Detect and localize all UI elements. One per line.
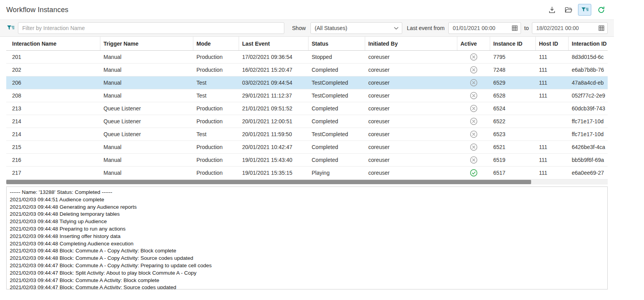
cell-interaction-name: 213: [6, 102, 100, 115]
log-panel: ------ Name: '13288' Status: Completed -…: [6, 186, 608, 289]
cell-interaction-id: 052f77c2-2e9: [569, 89, 608, 102]
circle-x-icon: [457, 141, 490, 153]
cell-interaction-id: ffc71e17-10d: [569, 128, 608, 140]
cell-mode: Test: [193, 89, 239, 102]
cell-interaction-name: 214: [6, 128, 100, 140]
horizontal-scrollbar[interactable]: [6, 179, 608, 185]
table-row[interactable]: 214Queue ListenerTest20/01/2021 11:59:50…: [6, 128, 608, 141]
cell-interaction-name: 216: [6, 154, 100, 166]
cell-last-event: 20/01/2021 11:59:50: [239, 128, 309, 140]
cell-host-id: 111: [536, 154, 569, 166]
cell-instance-id: 6522: [490, 115, 536, 128]
cell-host-id: [536, 128, 569, 140]
column-header-mode[interactable]: Mode: [193, 37, 239, 50]
cell-trigger-name: Manual: [100, 64, 193, 76]
cell-trigger-name: Queue Listener: [100, 128, 193, 140]
cell-instance-id: 6521: [490, 141, 536, 153]
circle-check-icon: [457, 167, 490, 179]
interaction-name-filter-input[interactable]: [18, 22, 284, 34]
date-from-input[interactable]: [453, 25, 511, 31]
cell-initiated-by: coreuser: [365, 51, 457, 63]
table-row[interactable]: 216ManualProduction19/01/2021 15:43:40Co…: [6, 154, 608, 167]
cell-host-id: 111: [536, 141, 569, 153]
download-button[interactable]: [545, 4, 558, 16]
page-title: Workflow Instances: [6, 6, 68, 14]
table-row[interactable]: 215ManualProduction20/01/2021 10:42:47Co…: [6, 141, 608, 154]
status-filter-value: (All Statuses): [315, 25, 347, 31]
calendar-icon[interactable]: [598, 25, 605, 32]
show-label: Show: [292, 25, 306, 31]
table-row[interactable]: 208ManualTest29/01/2021 11:12:37TestComp…: [6, 89, 608, 102]
cell-trigger-name: Manual: [100, 141, 193, 153]
cell-interaction-id: 6426be3f-4ca: [569, 141, 608, 153]
log-line: 2021/02/03 09:44:47 Block: Commute A Act…: [10, 284, 604, 289]
calendar-icon[interactable]: [511, 25, 518, 32]
cell-interaction-id: e6a0ee69-27: [569, 167, 608, 179]
instances-table: Interaction NameTrigger NameModeLast Eve…: [0, 37, 614, 179]
cell-host-id: 111: [536, 76, 569, 89]
cell-interaction-name: 208: [6, 89, 100, 102]
cell-instance-id: 7248: [490, 64, 536, 76]
cell-trigger-name: Manual: [100, 76, 193, 89]
scrollbar-thumb[interactable]: [6, 180, 531, 184]
circle-x-icon: [457, 154, 490, 166]
column-header-last-event[interactable]: Last Event: [239, 37, 309, 50]
cell-trigger-name: Queue Listener: [100, 102, 193, 115]
cell-interaction-id: ffc71e17-10d: [569, 115, 608, 128]
cell-interaction-id: 47a8a4cd-eb: [569, 76, 608, 89]
circle-x-icon: [457, 64, 490, 76]
filter-icon: [581, 6, 589, 14]
refresh-icon: [597, 6, 605, 14]
table-row[interactable]: 213Queue ListenerProduction21/01/2021 09…: [6, 102, 608, 115]
cell-last-event: 19/01/2021 15:35:15: [239, 167, 309, 179]
cell-instance-id: 6523: [490, 128, 536, 140]
circle-x-icon: [457, 102, 490, 115]
circle-x-icon: [457, 76, 490, 89]
circle-x-icon: [457, 128, 490, 140]
column-header-trigger-name[interactable]: Trigger Name: [100, 37, 193, 50]
filter-toggle-button[interactable]: [578, 4, 591, 16]
cell-status: Stopped: [309, 51, 365, 63]
open-folder-button[interactable]: [562, 4, 575, 16]
cell-mode: Production: [193, 102, 239, 115]
log-line: ------ Name: '13288' Status: Completed -…: [10, 189, 604, 196]
cell-host-id: 111: [536, 64, 569, 76]
log-line: 2021/02/03 09:44:47 Block: Split Activit…: [10, 270, 604, 277]
column-header-host-id[interactable]: Host ID: [536, 37, 569, 50]
cell-last-event: 19/01/2021 15:43:40: [239, 154, 309, 166]
log-line: 2021/02/03 09:44:51 Audience complete: [10, 196, 604, 204]
table-row[interactable]: 214Queue ListenerProduction20/01/2021 12…: [6, 115, 608, 128]
log-line: 2021/02/03 09:44:48 Completing Audience …: [10, 240, 604, 248]
column-header-initiated-by[interactable]: Initiated By: [365, 37, 457, 50]
cell-status: Completed: [309, 115, 365, 128]
cell-interaction-name: 202: [6, 64, 100, 76]
table-row[interactable]: 202ManualProduction16/02/2021 15:20:47Co…: [6, 64, 608, 76]
cell-trigger-name: Queue Listener: [100, 115, 193, 128]
cell-status: Completed: [309, 154, 365, 166]
last-event-from-label: Last event from: [407, 25, 445, 31]
refresh-button[interactable]: [594, 4, 608, 16]
cell-instance-id: 6517: [490, 167, 536, 179]
cell-status: TestCompleted: [309, 128, 365, 140]
table-row[interactable]: 201ManualProduction17/02/2021 09:36:54St…: [6, 51, 608, 64]
circle-x-icon: [457, 89, 490, 102]
cell-initiated-by: coreuser: [365, 89, 457, 102]
column-header-interaction-name[interactable]: Interaction Name: [6, 37, 100, 50]
column-header-active[interactable]: Active: [457, 37, 490, 50]
workflow-instances-window: Workflow Instances: [0, 0, 614, 300]
cell-mode: Production: [193, 115, 239, 128]
date-to-input[interactable]: [536, 25, 598, 31]
table-row[interactable]: 217ManualProduction19/01/2021 15:35:15Pl…: [6, 167, 608, 179]
cell-host-id: 111: [536, 167, 569, 179]
cell-instance-id: 6519: [490, 154, 536, 166]
circle-x-icon: [457, 51, 490, 63]
table-row[interactable]: 206ManualTest03/02/2021 09:44:54TestComp…: [6, 76, 608, 89]
cell-status: Playing: [309, 167, 365, 179]
cell-mode: Production: [193, 51, 239, 63]
column-header-status[interactable]: Status: [309, 37, 365, 50]
cell-last-event: 03/02/2021 09:44:54: [239, 76, 309, 89]
cell-status: TestCompleted: [309, 89, 365, 102]
column-header-interaction-id[interactable]: Interaction ID: [569, 37, 608, 50]
status-filter-dropdown[interactable]: (All Statuses): [310, 22, 402, 34]
column-header-instance-id[interactable]: Instance ID: [490, 37, 536, 50]
